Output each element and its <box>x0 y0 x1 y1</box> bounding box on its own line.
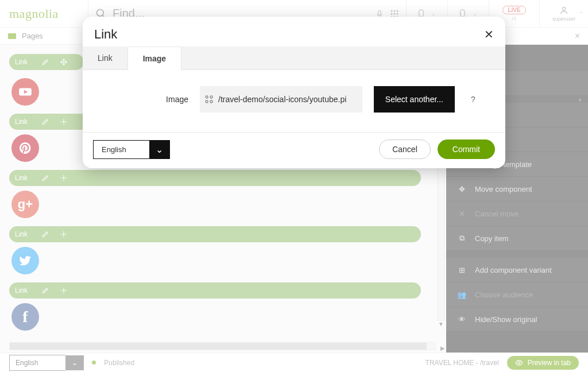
help-icon[interactable]: ? <box>466 95 480 104</box>
image-path-value: /travel-demo/social-icons/youtube.pi <box>218 95 362 104</box>
svg-point-16 <box>206 96 208 98</box>
svg-point-17 <box>210 96 212 98</box>
dialog-footer: English ⌄ Cancel Commit <box>83 132 505 168</box>
dialog-header: Link ✕ <box>83 17 505 46</box>
image-path-display: /travel-demo/social-icons/youtube.pi <box>200 86 362 113</box>
dialog-title: Link <box>94 27 117 42</box>
chevron-down-icon[interactable]: ⌄ <box>149 140 170 159</box>
svg-point-18 <box>206 100 208 103</box>
cancel-button[interactable]: Cancel <box>379 140 431 159</box>
tab-image[interactable]: Image <box>128 46 181 70</box>
svg-point-19 <box>210 100 212 103</box>
close-icon[interactable]: ✕ <box>484 28 494 41</box>
tab-link[interactable]: Link <box>83 46 128 69</box>
asset-thumb-icon <box>200 95 218 104</box>
dialog-body: Image /travel-demo/social-icons/youtube.… <box>83 70 505 132</box>
dialog-language-select[interactable]: English ⌄ <box>93 140 170 159</box>
dialog-language-label: English <box>93 140 149 159</box>
select-another-button[interactable]: Select another... <box>374 86 455 113</box>
dialog-tabs: Link Image <box>83 46 505 70</box>
commit-button[interactable]: Commit <box>438 140 495 159</box>
image-field-label: Image <box>108 95 188 104</box>
image-field-row: Image /travel-demo/social-icons/youtube.… <box>108 86 480 113</box>
link-dialog: Link ✕ Link Image Image /travel-demo/soc… <box>83 17 505 168</box>
